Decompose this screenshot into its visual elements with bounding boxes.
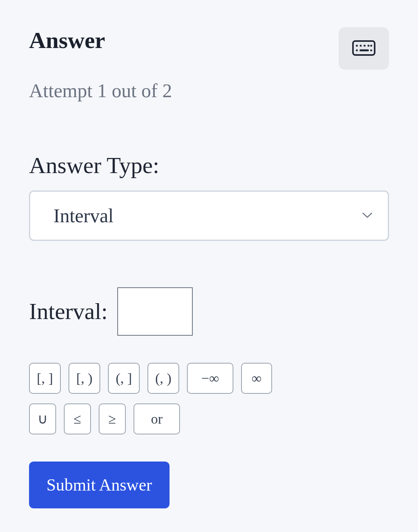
svg-point-6 (356, 49, 358, 51)
svg-point-8 (370, 49, 372, 51)
symbol-greater-equal[interactable]: ≥ (99, 403, 126, 434)
symbol-negative-infinity[interactable]: −∞ (187, 363, 233, 394)
symbol-closed-closed[interactable]: [, ] (29, 363, 61, 394)
symbol-open-open[interactable]: (, ) (147, 363, 179, 394)
interval-row: Interval: (29, 287, 389, 336)
answer-type-select[interactable]: Interval (29, 190, 389, 241)
answer-panel: Answer Attempt 1 out of 2 Answer Type: (0, 0, 418, 532)
svg-point-2 (360, 45, 362, 46)
svg-rect-7 (360, 49, 369, 51)
svg-point-1 (356, 45, 358, 46)
symbol-or[interactable]: or (134, 403, 180, 434)
symbol-less-equal[interactable]: ≤ (64, 403, 91, 434)
interval-input[interactable] (117, 287, 193, 336)
submit-answer-button[interactable]: Submit Answer (29, 462, 170, 508)
symbol-open-closed[interactable]: (, ] (108, 363, 140, 394)
interval-label: Interval: (29, 298, 108, 325)
answer-type-label: Answer Type: (29, 152, 389, 179)
symbol-union[interactable]: ∪ (29, 403, 56, 434)
svg-point-4 (368, 45, 370, 46)
svg-point-3 (364, 45, 366, 46)
symbol-closed-open[interactable]: [, ) (69, 363, 100, 394)
keyboard-button[interactable] (339, 27, 389, 70)
symbol-infinity[interactable]: ∞ (241, 363, 272, 394)
answer-type-select-wrapper: Interval (29, 190, 389, 241)
svg-rect-0 (353, 41, 375, 55)
attempt-counter: Attempt 1 out of 2 (29, 79, 389, 102)
svg-point-5 (370, 45, 372, 46)
symbols-row-1: [, ] [, ) (, ] (, ) −∞ ∞ (29, 363, 389, 394)
header-row: Answer (29, 27, 389, 70)
page-title: Answer (29, 27, 105, 54)
symbols-row-2: ∪ ≤ ≥ or (29, 403, 389, 434)
keyboard-icon (352, 40, 375, 57)
